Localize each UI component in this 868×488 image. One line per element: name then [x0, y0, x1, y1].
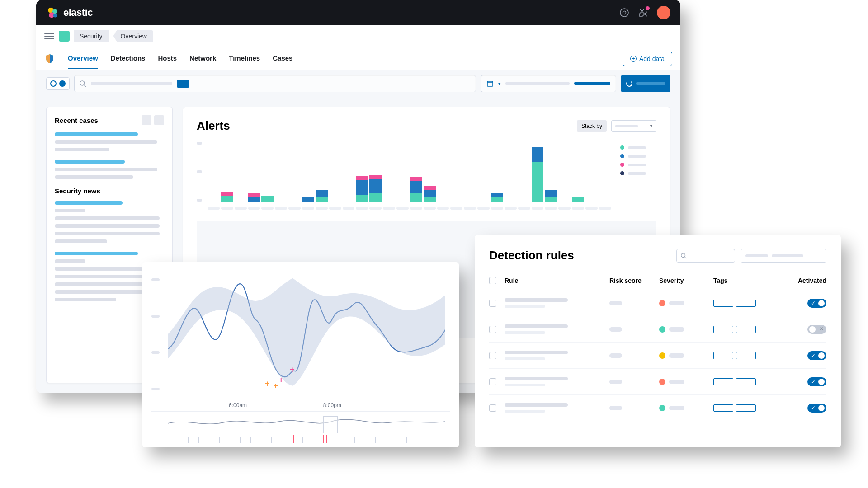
minimap-brush[interactable]: [323, 416, 338, 433]
anomaly-marker[interactable]: +: [279, 375, 284, 385]
bar-segment[interactable]: [261, 196, 274, 202]
table-row[interactable]: ✓: [489, 395, 826, 421]
bar-segment[interactable]: [410, 181, 422, 193]
row-checkbox[interactable]: [489, 378, 496, 385]
refresh-button[interactable]: [621, 75, 670, 92]
bar-segment[interactable]: [316, 190, 328, 197]
help-icon[interactable]: [619, 7, 630, 18]
card-action-icon-1[interactable]: [142, 115, 151, 125]
row-checkbox[interactable]: [489, 352, 496, 359]
col-severity[interactable]: Severity: [659, 277, 713, 284]
row-checkbox[interactable]: [489, 326, 496, 333]
menu-icon[interactable]: [44, 33, 54, 39]
minimap-anomaly-mark[interactable]: [293, 435, 294, 443]
bar-segment[interactable]: [545, 197, 557, 202]
bar-segment[interactable]: [410, 177, 422, 181]
tag[interactable]: [713, 326, 733, 333]
legend-item[interactable]: [620, 145, 656, 150]
activated-toggle[interactable]: ✓: [807, 377, 826, 386]
legend-item[interactable]: [620, 171, 656, 175]
bar-segment[interactable]: [424, 197, 436, 202]
toggle-option-1[interactable]: [50, 80, 57, 87]
tab-cases[interactable]: Cases: [273, 48, 292, 69]
date-picker[interactable]: ▾: [481, 75, 616, 92]
tag[interactable]: [736, 404, 756, 412]
table-row[interactable]: ✕: [489, 316, 826, 343]
bar-segment[interactable]: [369, 175, 382, 179]
case-link[interactable]: [55, 132, 138, 136]
rules-search-input[interactable]: [676, 249, 735, 263]
bar-segment[interactable]: [491, 197, 503, 202]
bar-segment[interactable]: [221, 196, 233, 202]
add-data-button[interactable]: + Add data: [623, 52, 672, 66]
legend-item[interactable]: [620, 154, 656, 158]
bar-segment[interactable]: [369, 193, 382, 202]
col-tags[interactable]: Tags: [713, 277, 786, 284]
tag[interactable]: [736, 378, 756, 385]
table-row[interactable]: ✓: [489, 369, 826, 395]
minimap[interactable]: [151, 411, 450, 443]
tag[interactable]: [713, 404, 733, 412]
tag[interactable]: [713, 378, 733, 385]
tag[interactable]: [713, 352, 733, 359]
bar-segment[interactable]: [532, 162, 544, 202]
bar-segment[interactable]: [424, 190, 436, 198]
tab-overview[interactable]: Overview: [68, 48, 98, 69]
bar-segment[interactable]: [369, 179, 382, 193]
tag[interactable]: [736, 300, 756, 307]
minimap-anomaly-mark[interactable]: [326, 435, 327, 443]
logo[interactable]: elastic: [46, 6, 93, 19]
select-all-checkbox[interactable]: [489, 277, 496, 284]
bar-segment[interactable]: [532, 147, 544, 162]
query-input[interactable]: [74, 75, 476, 92]
bar-segment[interactable]: [545, 190, 557, 198]
activated-toggle[interactable]: ✓: [807, 299, 826, 308]
tab-timelines[interactable]: Timelines: [229, 48, 260, 69]
bar-segment[interactable]: [491, 193, 503, 197]
rules-filter[interactable]: [741, 249, 826, 263]
activated-toggle[interactable]: ✕: [807, 325, 826, 334]
case-link[interactable]: [55, 160, 125, 164]
breadcrumb-app[interactable]: Security: [74, 30, 109, 42]
minimap-anomaly-mark[interactable]: [323, 435, 324, 443]
news-link[interactable]: [55, 252, 138, 255]
kql-badge[interactable]: [177, 80, 189, 88]
lc-plot-area[interactable]: ++++: [168, 276, 445, 393]
news-link[interactable]: [55, 201, 123, 205]
tag[interactable]: [736, 326, 756, 333]
announcement-icon[interactable]: [638, 7, 649, 18]
bar-segment[interactable]: [356, 195, 368, 202]
bar-segment[interactable]: [572, 197, 584, 202]
legend-item[interactable]: [620, 163, 656, 167]
anomaly-marker[interactable]: +: [265, 379, 270, 389]
bar-segment[interactable]: [356, 180, 368, 195]
bar-segment[interactable]: [248, 193, 260, 197]
bar-segment[interactable]: [221, 192, 233, 196]
tag[interactable]: [736, 352, 756, 359]
col-risk[interactable]: Risk score: [609, 277, 659, 284]
tab-detections[interactable]: Detections: [111, 48, 146, 69]
activated-toggle[interactable]: ✓: [807, 404, 826, 413]
query-toggle[interactable]: [46, 77, 70, 90]
app-icon[interactable]: [59, 31, 70, 42]
bar-segment[interactable]: [356, 176, 368, 180]
bar-segment[interactable]: [410, 193, 422, 202]
table-row[interactable]: ✓: [489, 343, 826, 369]
user-avatar[interactable]: [657, 6, 670, 19]
bar-segment[interactable]: [316, 197, 328, 202]
bar-segment[interactable]: [302, 197, 314, 202]
tab-hosts[interactable]: Hosts: [158, 48, 177, 69]
anomaly-marker[interactable]: +: [290, 365, 295, 375]
bar-segment[interactable]: [424, 186, 436, 190]
row-checkbox[interactable]: [489, 300, 496, 307]
row-checkbox[interactable]: [489, 404, 496, 412]
toggle-option-2[interactable]: [59, 80, 66, 87]
tag[interactable]: [713, 300, 733, 307]
col-rule[interactable]: Rule: [505, 277, 609, 284]
tab-network[interactable]: Network: [189, 48, 216, 69]
card-action-icon-2[interactable]: [154, 115, 164, 125]
stack-by-select[interactable]: ▾: [611, 120, 656, 132]
table-row[interactable]: ✓: [489, 290, 826, 316]
activated-toggle[interactable]: ✓: [807, 351, 826, 360]
breadcrumb-page[interactable]: Overview: [113, 30, 153, 42]
